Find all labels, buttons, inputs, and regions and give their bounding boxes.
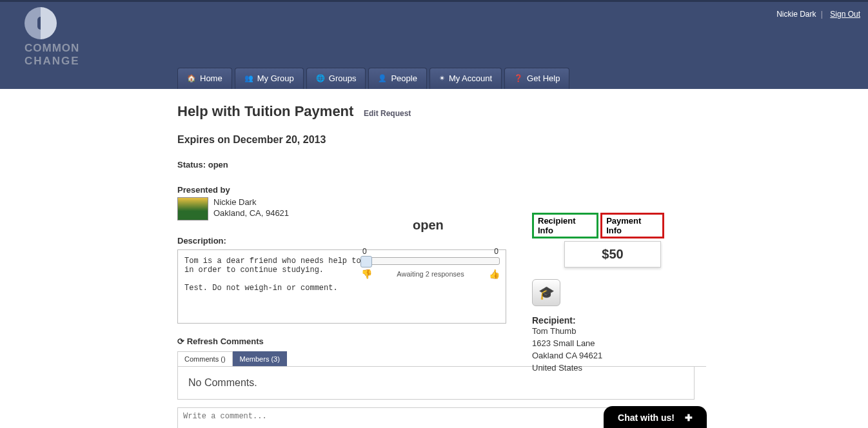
vote-slider-handle[interactable]: [360, 256, 372, 268]
thumbs-down-icon[interactable]: 👎: [361, 269, 372, 279]
plus-icon: ✚: [685, 413, 693, 423]
vote-slider[interactable]: [361, 257, 500, 265]
current-user[interactable]: Nickie Dark: [776, 10, 816, 19]
nav-mygroup-label: My Group: [257, 73, 294, 83]
graduation-cap-icon: 🎓: [532, 279, 560, 306]
vote-block: 0 0 👎 Awaiting 2 responses 👍: [361, 247, 500, 279]
logo[interactable]: COMMON CHANGE: [25, 7, 80, 68]
refresh-icon: ⟳: [177, 336, 184, 346]
vote-up-count: 0: [494, 247, 498, 256]
question-icon: ❓: [514, 74, 523, 83]
nav-gethelp-label: Get Help: [527, 73, 560, 83]
user-area: Nickie Dark | Sign Out: [776, 10, 860, 19]
nav-myaccount[interactable]: ✴My Account: [429, 68, 502, 89]
presenter-avatar[interactable]: [177, 197, 208, 220]
presenter-location: Oakland, CA, 94621: [213, 208, 289, 219]
person-icon: 👤: [378, 74, 387, 83]
page-body: Help with Tuition Payment Edit Request E…: [0, 89, 868, 428]
nav-gethelp[interactable]: ❓Get Help: [504, 68, 569, 89]
main-nav: 🏠Home 👥My Group 🌐Groups 👤People ✴My Acco…: [177, 68, 569, 89]
signout-link[interactable]: Sign Out: [830, 10, 860, 19]
awaiting-text: Awaiting 2 responses: [397, 270, 464, 278]
top-header: COMMON CHANGE Nickie Dark | Sign Out 🏠Ho…: [0, 0, 868, 89]
nav-myaccount-label: My Account: [449, 73, 492, 83]
recipient-name: Tom Thumb: [532, 326, 664, 338]
vote-down-count: 0: [362, 247, 367, 256]
tab-members[interactable]: Members (3): [233, 351, 287, 366]
status-open-heading: open: [413, 218, 444, 233]
chat-label: Chat with us!: [618, 413, 675, 423]
tab-payment-info[interactable]: Payment Info: [600, 213, 664, 238]
logo-text-1: COMMON: [25, 42, 80, 55]
status-label: Status:: [177, 160, 206, 170]
presenter-name[interactable]: Nickie Dark: [213, 197, 289, 208]
right-column: Recipient Info Payment Info $50 🎓 Recipi…: [532, 213, 664, 374]
logo-icon: [25, 7, 57, 39]
info-tabs: Recipient Info Payment Info: [532, 213, 664, 238]
recipient-addr2: Oakland CA 94621: [532, 350, 664, 362]
amount-box: $50: [564, 241, 661, 268]
status-value: open: [208, 160, 228, 170]
nav-home[interactable]: 🏠Home: [177, 68, 232, 89]
logo-text-2: CHANGE: [25, 55, 80, 68]
nav-groups-label: Groups: [329, 73, 357, 83]
vote-counts: 0 0: [361, 247, 500, 256]
no-comments-text: No Comments.: [188, 377, 684, 389]
tab-comments[interactable]: Comments (): [177, 351, 233, 366]
recipient-country: United States: [532, 362, 664, 374]
status-line: Status: open: [177, 160, 706, 170]
tab-recipient-info[interactable]: Recipient Info: [532, 213, 598, 238]
vote-footer: 👎 Awaiting 2 responses 👍: [361, 269, 500, 279]
recipient-addr1: 1623 Small Lane: [532, 338, 664, 350]
separator: |: [821, 10, 823, 19]
thumbs-up-icon[interactable]: 👍: [489, 269, 500, 279]
recipient-block: Tom Thumb 1623 Small Lane Oakland CA 946…: [532, 326, 664, 374]
gear-icon: ✴: [439, 74, 445, 83]
presented-by-label: Presented by: [177, 185, 706, 195]
nav-groups[interactable]: 🌐Groups: [306, 68, 366, 89]
group-icon: 👥: [244, 74, 253, 83]
nav-people-label: People: [391, 73, 417, 83]
refresh-label: Refresh Comments: [187, 336, 264, 346]
globe-icon: 🌐: [316, 74, 325, 83]
nav-people[interactable]: 👤People: [368, 68, 426, 89]
request-title: Help with Tuition Payment: [177, 103, 353, 120]
recipient-label: Recipient:: [532, 315, 664, 326]
chat-widget[interactable]: Chat with us! ✚: [604, 406, 707, 428]
home-icon: 🏠: [187, 74, 196, 83]
expires-text: Expires on December 20, 2013: [177, 134, 706, 146]
nav-mygroup[interactable]: 👥My Group: [235, 68, 304, 89]
nav-home-label: Home: [200, 73, 222, 83]
presenter-text: Nickie Dark Oakland, CA, 94621: [213, 197, 289, 220]
edit-request-link[interactable]: Edit Request: [364, 109, 411, 118]
